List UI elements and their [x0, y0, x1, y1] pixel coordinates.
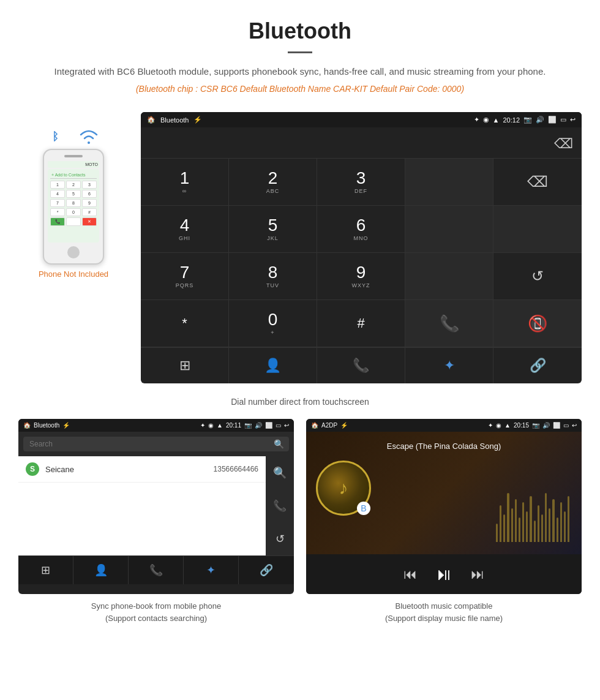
- pb-vol-icon: 🔊: [255, 422, 262, 429]
- dial-key-6[interactable]: 6MNO: [317, 206, 405, 253]
- phone-key-5[interactable]: 5: [66, 190, 81, 198]
- pb-cam-icon: 📷: [244, 422, 252, 429]
- music-loc-icon: ◉: [496, 422, 501, 429]
- pb-link-icon[interactable]: 🔗: [239, 556, 294, 584]
- phone-screen: + Add to Contacts 1 2 3 4 5 6 7 8 9 * 0 …: [48, 169, 99, 243]
- dial-bottom-contacts[interactable]: 👤: [229, 348, 317, 383]
- back-icon[interactable]: ↩: [570, 116, 576, 124]
- pb-calls-icon[interactable]: 📞: [129, 556, 184, 584]
- pb-main: S Seicane 13566664466: [18, 456, 266, 555]
- dial-bottom-dialpad[interactable]: ⊞: [141, 348, 229, 383]
- pb-home-icon: 🏠: [23, 422, 31, 429]
- phone-key-7[interactable]: 7: [50, 199, 65, 207]
- music-play-pause-button[interactable]: ⏯: [435, 564, 452, 584]
- music-status-bar: 🏠 A2DP ⚡ ✦ ◉ ▲ 20:15 📷 🔊 ⬜ ▭ ↩: [306, 419, 582, 432]
- music-song-title: Escape (The Pina Colada Song): [387, 442, 501, 451]
- music-item: 🏠 A2DP ⚡ ✦ ◉ ▲ 20:15 📷 🔊 ⬜ ▭ ↩: [306, 419, 582, 624]
- phone-key-4[interactable]: 4: [50, 190, 65, 198]
- phone-key-6[interactable]: 6: [82, 190, 97, 198]
- phonebook-caption-text: Sync phone-book from mobile phone(Suppor…: [91, 601, 221, 623]
- dial-status-left: 🏠 Bluetooth ⚡: [147, 116, 202, 124]
- dial-key-0[interactable]: 0+: [229, 300, 317, 347]
- pb-contact-list: S Seicane 13566664466: [18, 456, 266, 555]
- location-icon: ◉: [483, 116, 489, 124]
- dial-key-4[interactable]: 4GHI: [141, 206, 229, 253]
- pb-time: 20:11: [226, 422, 241, 429]
- page-title: Bluetooth: [37, 18, 563, 44]
- phonebook-caption: Sync phone-book from mobile phone(Suppor…: [18, 594, 294, 624]
- header-specs: (Bluetooth chip : CSR BC6 Default Blueto…: [37, 84, 563, 94]
- svg-point-0: [88, 141, 90, 144]
- pb-status-bar: 🏠 Bluetooth ⚡ ✦ ◉ ▲ 20:11 📷 🔊 ⬜ ▭ ↩: [18, 419, 294, 432]
- pb-dialpad-icon[interactable]: ⊞: [18, 556, 73, 584]
- dial-empty-1: [405, 159, 493, 206]
- music-body: Escape (The Pina Colada Song) ♪ B: [306, 432, 582, 554]
- dial-key-hash[interactable]: #: [317, 300, 405, 347]
- music-screenshot: 🏠 A2DP ⚡ ✦ ◉ ▲ 20:15 📷 🔊 ⬜ ▭ ↩: [306, 419, 582, 594]
- dial-bottom-link[interactable]: 🔗: [493, 348, 582, 383]
- phone-keypad: 1 2 3 4 5 6 7 8 9 * 0 # 📞 ✕: [50, 181, 97, 226]
- dial-key-9[interactable]: 9WXYZ: [317, 253, 405, 300]
- phone-key-hash[interactable]: #: [82, 208, 97, 216]
- dial-key-3[interactable]: 3DEF: [317, 159, 405, 206]
- phone-key-end[interactable]: ✕: [82, 217, 97, 226]
- backspace-button[interactable]: ⌫: [554, 136, 573, 152]
- dial-backspace-cell[interactable]: ⌫: [493, 159, 582, 206]
- pb-back-icon[interactable]: ↩: [284, 422, 289, 429]
- dial-key-star[interactable]: *: [141, 300, 229, 347]
- pb-search-side-icon[interactable]: 🔍: [268, 461, 291, 484]
- table-row[interactable]: S Seicane 13566664466: [18, 456, 266, 483]
- phone-key-3[interactable]: 3: [82, 181, 97, 189]
- dial-key-1[interactable]: 1∞: [141, 159, 229, 206]
- phone-key-8[interactable]: 8: [66, 199, 81, 207]
- usb-icon: ⚡: [193, 116, 202, 124]
- dial-redial-button[interactable]: ↺: [493, 253, 582, 300]
- phonebook-item: 🏠 Bluetooth ⚡ ✦ ◉ ▲ 20:11 📷 🔊 ⬜ ▭ ↩: [18, 419, 294, 624]
- dial-key-2[interactable]: 2ABC: [229, 159, 317, 206]
- dial-caption: Dial number direct from touchscreen: [0, 390, 600, 419]
- music-lay-icon: ▭: [563, 422, 569, 429]
- music-bt-badge: B: [357, 502, 370, 515]
- pb-usb-icon: ⚡: [62, 422, 70, 429]
- dial-bottom-calls[interactable]: 📞: [317, 348, 405, 383]
- phone-mock: MOTO + Add to Contacts 1 2 3 4 5 6 7 8 9…: [43, 149, 104, 265]
- dial-screen: 🏠 Bluetooth ⚡ ✦ ◉ ▲ 20:12 📷 🔊 ⬜ ▭ ↩ ⌫: [141, 112, 582, 383]
- phone-key-empty: [66, 217, 81, 226]
- phone-key-call[interactable]: 📞: [50, 217, 65, 226]
- dial-key-7[interactable]: 7PQRS: [141, 253, 229, 300]
- contact-phone: 13566664466: [214, 465, 258, 473]
- pb-loc-icon: ◉: [208, 422, 214, 429]
- pb-status-right: ✦ ◉ ▲ 20:11 📷 🔊 ⬜ ▭ ↩: [200, 422, 289, 429]
- dial-key-5[interactable]: 5JKL: [229, 206, 317, 253]
- phone-key-9[interactable]: 9: [82, 199, 97, 207]
- music-bt-icon: ✦: [488, 422, 493, 429]
- music-back-icon[interactable]: ↩: [572, 422, 577, 429]
- phone-home-button[interactable]: [67, 246, 80, 258]
- dial-call-button[interactable]: 📞: [405, 300, 493, 347]
- phone-key-1[interactable]: 1: [50, 181, 65, 189]
- music-full-icon: ⬜: [553, 422, 560, 429]
- music-next-button[interactable]: ⏭: [471, 566, 484, 582]
- phone-not-included-label: Phone Not Included: [39, 269, 108, 279]
- pb-side-icons: 🔍 📞 ↺: [266, 456, 294, 555]
- music-prev-button[interactable]: ⏮: [403, 566, 417, 582]
- phone-container: ᛒ MOTO + Add to Contacts 1 2 3 4 5 6 7 8: [18, 112, 129, 279]
- pb-bluetooth-icon[interactable]: ✦: [184, 556, 239, 584]
- pb-refresh-side-icon[interactable]: ↺: [271, 527, 290, 551]
- music-controls: ⏮ ⏯ ⏭: [306, 554, 582, 594]
- phone-key-0[interactable]: 0: [66, 208, 81, 216]
- wifi-signal-icon: [77, 124, 101, 149]
- signal-icon: ▲: [493, 116, 500, 124]
- music-album-art: ♪ B: [316, 461, 371, 516]
- pb-search-icon: 🔍: [274, 439, 284, 449]
- music-caption: Bluetooth music compatible(Support displ…: [306, 594, 582, 624]
- pb-search-input[interactable]: [23, 437, 289, 451]
- dial-key-8[interactable]: 8TUV: [229, 253, 317, 300]
- pb-call-side-icon[interactable]: 📞: [268, 494, 291, 517]
- pb-contacts-icon[interactable]: 👤: [73, 556, 129, 584]
- phone-key-2[interactable]: 2: [66, 181, 81, 189]
- phone-key-star[interactable]: *: [50, 208, 65, 216]
- pb-lay-icon: ▭: [276, 422, 281, 429]
- dial-bottom-bluetooth[interactable]: ✦: [405, 348, 493, 383]
- dial-end-call-button[interactable]: 📵: [493, 300, 582, 347]
